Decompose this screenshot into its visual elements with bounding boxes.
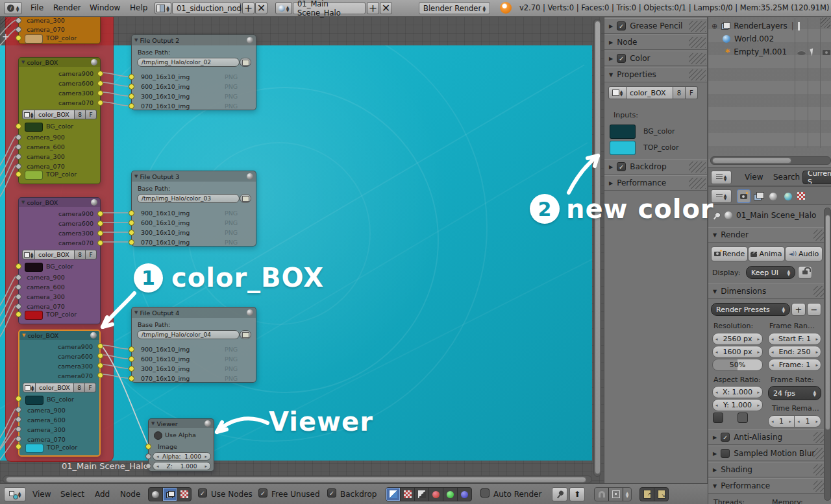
socket-camera-300[interactable]	[16, 154, 21, 160]
tab-world[interactable]	[782, 189, 795, 203]
collapse-icon[interactable]: ▼	[134, 311, 138, 315]
editor-type-button[interactable]: ▲▼	[711, 171, 732, 184]
resolution-percentage-slider[interactable]: 50%	[712, 359, 763, 371]
menu-view[interactable]: View	[32, 486, 51, 503]
add-scene-button[interactable]: +	[367, 2, 379, 14]
render-still-button[interactable]: Rende	[711, 246, 748, 261]
node-group-selector[interactable]: ▲▼ color_BOX 8 F	[22, 110, 97, 119]
panel-performance[interactable]: ▶Performance	[604, 175, 707, 191]
top-color-swatch[interactable]	[25, 444, 43, 453]
shader-nodes-icon[interactable]	[149, 488, 163, 501]
outliner-item-renderlayers[interactable]: ⊕ RenderLayers |	[712, 21, 800, 30]
canvas-hscrollbar[interactable]	[3, 475, 592, 483]
paste-nodes-icon[interactable]: ↘	[654, 488, 668, 501]
outliner-hscrollbar[interactable]	[710, 156, 831, 165]
socket-out-camera600[interactable]	[97, 221, 103, 226]
node-color-box-1[interactable]: ▼ color_BOX camera900 camera600 camera30…	[18, 57, 101, 184]
top-color-swatch[interactable]	[25, 171, 43, 180]
restrict-select-cursor-icon[interactable]	[810, 48, 815, 56]
time-remap-new-field[interactable]: ◂1▸	[795, 415, 821, 427]
collapse-icon[interactable]: ▼	[22, 333, 25, 338]
scene-selector-icon[interactable]: ▲▼	[275, 2, 292, 14]
file-browse-button[interactable]	[240, 194, 251, 203]
collapse-icon[interactable]: ▼	[21, 60, 25, 65]
color-swatch[interactable]	[25, 34, 43, 43]
auto-render-checkbox[interactable]	[480, 488, 490, 498]
render-audio-button[interactable]: ◄)) Audio	[785, 246, 823, 261]
backdrop-color-icon[interactable]	[386, 488, 401, 501]
backdrop-b-icon[interactable]	[458, 488, 471, 501]
outliner-item-empty[interactable]: * Empty_M.001	[725, 47, 787, 56]
socket-bg-color[interactable]	[16, 396, 21, 402]
socket-camera-070[interactable]	[16, 27, 21, 32]
group-selector[interactable]: ▲▼ color_BOX 8 F	[608, 86, 698, 99]
socket-camera-300[interactable]	[16, 18, 21, 23]
socket-out-camera900[interactable]	[97, 343, 103, 349]
socket-input-300[interactable]	[129, 366, 134, 372]
socket-image[interactable]	[145, 444, 151, 450]
magnet-icon[interactable]	[595, 488, 609, 501]
socket-z[interactable]	[145, 463, 151, 469]
socket-top-color[interactable]	[16, 444, 21, 450]
start-frame-field[interactable]: ◂Start F: 1▸	[768, 333, 821, 345]
socket-input-300[interactable]	[129, 230, 134, 235]
border-checkbox[interactable]	[713, 413, 723, 423]
socket-alpha[interactable]	[145, 453, 151, 459]
panel-color[interactable]: ▶✓ Color	[604, 51, 707, 66]
node-file-output-3[interactable]: ▼ File Output 3 Base Path: /tmp/img_Halo…	[131, 171, 256, 246]
free-unused-checkbox[interactable]: ✓	[258, 488, 267, 498]
go-to-parent-icon[interactable]: ⬆	[569, 487, 585, 501]
backdrop-checkbox[interactable]: ✓	[327, 488, 336, 498]
backdrop-g-icon[interactable]	[443, 488, 458, 501]
menu-select[interactable]: Select	[60, 486, 84, 503]
remove-preset-button[interactable]: −	[807, 303, 821, 316]
panel-shading[interactable]: ▶Shading	[708, 462, 831, 477]
screen-layout-icon[interactable]: ▲▼	[155, 2, 171, 14]
resolution-x-field[interactable]: ◂2560 px▸	[712, 333, 763, 345]
panel-anti-aliasing[interactable]: ▶✓ Anti-Aliasing	[708, 429, 831, 445]
properties-vscrollbar[interactable]	[824, 208, 831, 501]
top-color-swatch[interactable]	[610, 141, 636, 155]
panel-grease-pencil[interactable]: ▶✓ Grease Pencil	[604, 18, 707, 34]
socket-camera-070[interactable]	[16, 436, 21, 442]
socket-camera-600[interactable]	[16, 284, 21, 290]
scene-name-field[interactable]: 01_Main Scene_Halo	[293, 2, 366, 14]
canvas-vscrollbar[interactable]	[593, 19, 601, 477]
socket-camera-070[interactable]	[16, 304, 21, 309]
socket-input-600[interactable]	[129, 84, 134, 90]
add-layout-button[interactable]: +	[242, 2, 254, 14]
node-file-output-2[interactable]: ▼ File Output 2 Base Path: /tmp/img_Halo…	[131, 34, 256, 110]
end-frame-field[interactable]: ◂End: 250▸	[768, 346, 821, 358]
menu-window[interactable]: Window	[90, 0, 120, 16]
panel-render[interactable]: ▼Render	[708, 227, 831, 243]
socket-camera-600[interactable]	[16, 144, 21, 150]
socket-input-070[interactable]	[129, 103, 134, 109]
panel-dimensions[interactable]: ▼Dimensions	[708, 283, 831, 299]
panel-backdrop[interactable]: ▶✓ Backdrop	[604, 159, 707, 174]
panel-node[interactable]: ▶Node	[604, 34, 707, 50]
node-group-selector[interactable]: ▲▼ color_BOX 8 F	[23, 383, 96, 392]
socket-camera-070[interactable]	[16, 163, 21, 169]
socket-top-color[interactable]	[16, 311, 21, 317]
tab-scene[interactable]	[767, 189, 780, 203]
node-file-output-4[interactable]: ▼ File Output 4 Base Path: /tmp/img_Halo…	[131, 307, 256, 383]
outliner-display-mode-dropdown[interactable]: Current S	[802, 171, 831, 184]
base-path-field[interactable]: /tmp/img_Halo/color_02	[137, 58, 240, 67]
socket-input-900[interactable]	[129, 74, 134, 80]
menu-help[interactable]: Help	[130, 0, 147, 16]
socket-out-camera900[interactable]	[97, 211, 103, 217]
render-engine-dropdown[interactable]: Blender Render▲▼	[419, 2, 490, 14]
file-browse-button[interactable]	[240, 58, 251, 67]
top-color-swatch[interactable]	[25, 311, 43, 320]
tab-render-layers[interactable]	[752, 189, 765, 203]
socket-out-camera070[interactable]	[97, 100, 103, 106]
menu-render[interactable]: Render	[53, 0, 81, 16]
collapse-icon[interactable]: ▼	[21, 200, 25, 205]
socket-input-600[interactable]	[129, 356, 134, 362]
collapse-icon[interactable]: ▼	[151, 422, 155, 426]
render-animation-button[interactable]: Anima	[748, 246, 785, 261]
texture-nodes-icon[interactable]	[177, 488, 191, 501]
panel-properties[interactable]: ▼Properties	[604, 67, 707, 82]
socket-top-color[interactable]	[16, 171, 21, 177]
menu-search[interactable]: Search	[773, 169, 800, 186]
